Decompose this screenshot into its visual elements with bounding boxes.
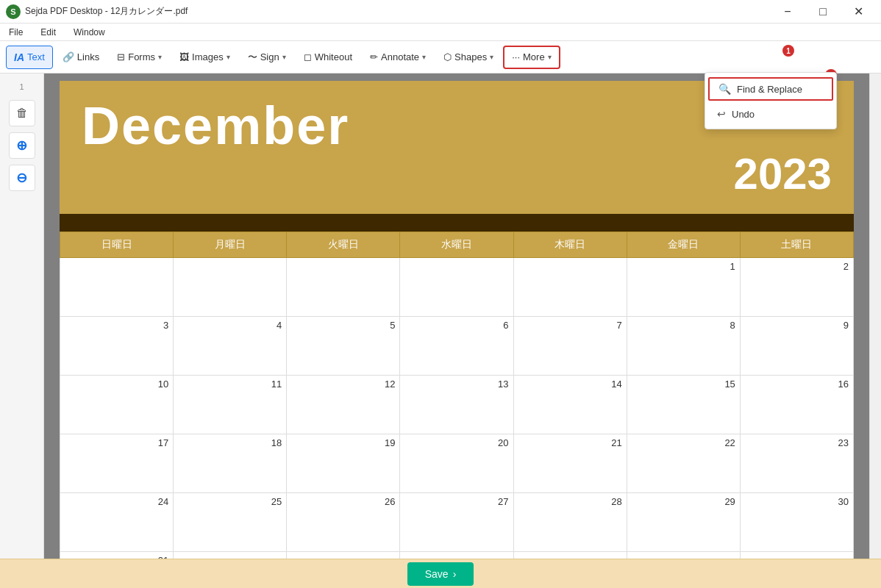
day-number: 25	[178, 496, 282, 507]
calendar-cell: 9	[740, 317, 853, 376]
undo-icon: ↩	[717, 108, 726, 120]
day-number: 8	[632, 320, 735, 331]
zoom-in-button[interactable]: ⊕	[9, 132, 35, 159]
menu-edit[interactable]: Edit	[38, 26, 59, 39]
forms-tool-button[interactable]: ⊟ Forms ▾	[109, 46, 170, 69]
wednesday-header: 水曜日	[400, 232, 513, 258]
day-number: 13	[404, 379, 508, 390]
window-title: Sejda PDF Desktop - 12月カレンダー.pdf	[25, 5, 771, 18]
calendar-cell: 5	[287, 317, 400, 376]
annotate-tool-button[interactable]: ✏ Annotate ▾	[362, 46, 434, 69]
calendar-cell: 4	[174, 317, 287, 376]
undo-item[interactable]: ↩ Undo	[705, 102, 836, 126]
day-number: 29	[632, 496, 735, 507]
menubar: File Edit Window	[0, 24, 881, 41]
titlebar: S Sejda PDF Desktop - 12月カレンダー.pdf − □ ✕	[0, 0, 881, 24]
day-number: 19	[291, 437, 395, 448]
calendar-cell: 16	[740, 376, 853, 434]
calendar-page: December 2023 日曜日 月曜日 火曜日 水曜日 木曜日 金曜日 土曜…	[60, 81, 854, 559]
calendar-cell: 15	[627, 376, 740, 434]
day-number: 9	[745, 320, 849, 331]
calendar-cell: 27	[400, 493, 513, 552]
calendar-cell	[287, 258, 400, 317]
images-icon: 🖼	[179, 51, 189, 62]
left-sidebar: 1 🗑 ⊕ ⊖	[0, 74, 44, 559]
day-number: 27	[404, 496, 508, 507]
calendar-week-row: 3456789	[60, 317, 854, 376]
pdf-viewer[interactable]: December 2023 日曜日 月曜日 火曜日 水曜日 木曜日 金曜日 土曜…	[44, 74, 869, 559]
day-number: 1	[632, 261, 735, 272]
page-number: 1	[16, 79, 26, 94]
shapes-arrow: ▾	[490, 53, 493, 61]
calendar-week-row: 24252627282930	[60, 493, 854, 552]
calendar-cell: 22	[627, 434, 740, 493]
day-number: 16	[745, 379, 849, 390]
maximize-button[interactable]: □	[806, 0, 840, 24]
day-number: 26	[291, 496, 395, 507]
zoom-in-icon: ⊕	[16, 137, 27, 154]
calendar-week-row: 12	[60, 258, 854, 317]
calendar-cell: 31	[60, 552, 174, 559]
friday-header: 金曜日	[627, 232, 740, 258]
sign-tool-button[interactable]: 〜 Sign ▾	[240, 46, 294, 69]
forms-label: Forms	[128, 51, 155, 62]
whiteout-tool-button[interactable]: ◻ Whiteout	[296, 46, 360, 69]
menu-window[interactable]: Window	[71, 26, 108, 39]
calendar-cell: 24	[60, 493, 174, 552]
shapes-tool-button[interactable]: ⬡ Shapes ▾	[435, 46, 502, 69]
day-number: 20	[404, 437, 508, 448]
monday-header: 月曜日	[174, 232, 287, 258]
day-number: 21	[518, 437, 622, 448]
close-button[interactable]: ✕	[841, 0, 875, 24]
delete-button[interactable]: 🗑	[9, 100, 35, 126]
scrollbar[interactable]	[869, 74, 881, 559]
day-number: 3	[65, 320, 168, 331]
day-number: 12	[291, 379, 395, 390]
save-chevron-icon: ›	[453, 568, 457, 580]
save-button[interactable]: Save ›	[407, 562, 474, 586]
calendar-week-row: 31	[60, 552, 854, 559]
calendar-week-row: 17181920212223	[60, 434, 854, 493]
images-tool-button[interactable]: 🖼 Images ▾	[171, 46, 238, 69]
calendar-cell: 19	[287, 434, 400, 493]
days-header-row: 日曜日 月曜日 火曜日 水曜日 木曜日 金曜日 土曜日	[60, 232, 854, 258]
calendar-cell: 8	[627, 317, 740, 376]
search-icon: 🔍	[718, 83, 731, 95]
shapes-icon: ⬡	[443, 51, 452, 62]
calendar-cell: 13	[400, 376, 513, 434]
day-number: 10	[65, 379, 168, 390]
calendar-cell: 25	[174, 493, 287, 552]
app-icon: S	[6, 4, 21, 19]
calendar-cell	[60, 258, 174, 317]
calendar-dark-bar	[60, 214, 854, 232]
text-tool-button[interactable]: IA Text	[6, 46, 53, 69]
forms-arrow: ▾	[158, 53, 162, 61]
calendar-cell: 21	[513, 434, 627, 493]
calendar-cell	[513, 552, 627, 559]
main-area: 1 🗑 ⊕ ⊖ December 2023 日曜日	[0, 74, 881, 559]
annotate-icon: ✏	[370, 51, 378, 62]
calendar-cell: 6	[400, 317, 513, 376]
more-dropdown: 🔍 Find & Replace ↩ Undo	[705, 72, 837, 129]
day-number: 24	[65, 496, 168, 507]
text-label: Text	[27, 51, 45, 62]
minimize-button[interactable]: −	[771, 0, 805, 24]
calendar-cell	[287, 552, 400, 559]
links-tool-button[interactable]: 🔗 Links	[54, 46, 107, 69]
more-icon: ···	[512, 51, 520, 62]
day-number: 14	[518, 379, 622, 390]
links-icon: 🔗	[63, 51, 74, 62]
save-label: Save	[425, 568, 449, 580]
more-tool-button[interactable]: ··· More ▾	[503, 46, 560, 69]
sign-arrow: ▾	[282, 53, 286, 61]
sign-label: Sign	[260, 51, 279, 62]
calendar-cell: 23	[740, 434, 853, 493]
links-label: Links	[77, 51, 99, 62]
annotate-label: Annotate	[381, 51, 419, 62]
find-replace-item[interactable]: 🔍 Find & Replace	[708, 77, 833, 101]
zoom-out-button[interactable]: ⊖	[9, 165, 35, 191]
day-number: 2	[745, 261, 849, 272]
whiteout-icon: ◻	[304, 51, 312, 62]
menu-file[interactable]: File	[6, 26, 26, 39]
calendar-cell	[400, 258, 513, 317]
